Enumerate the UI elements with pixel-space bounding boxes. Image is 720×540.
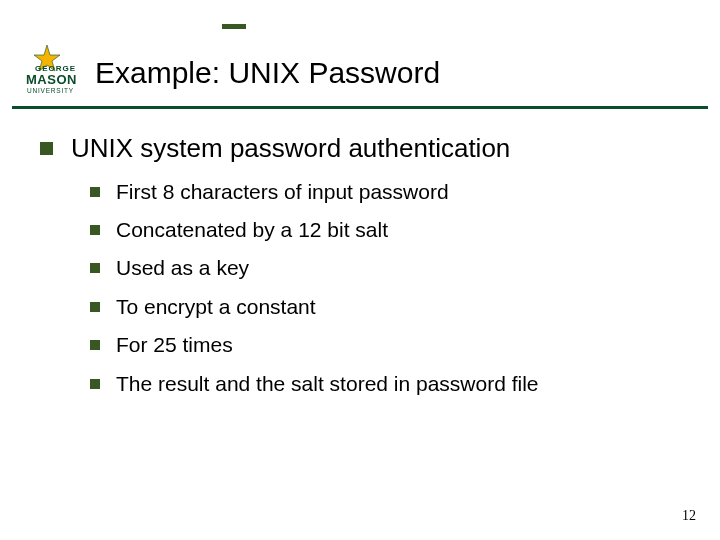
logo-text-university: UNIVERSITY [27, 87, 74, 94]
slide-title: Example: UNIX Password [95, 56, 440, 90]
level2-text: For 25 times [116, 331, 233, 359]
logo-text-mason: MASON [26, 72, 77, 87]
level2-item: To encrypt a constant [90, 293, 680, 321]
square-bullet-icon [90, 340, 100, 350]
level2-item: The result and the salt stored in passwo… [90, 370, 680, 398]
top-dash-decoration [222, 24, 246, 29]
gmu-logo: GEORGE MASON UNIVERSITY [12, 44, 86, 106]
level2-list: First 8 characters of input password Con… [90, 178, 680, 398]
square-bullet-icon [90, 379, 100, 389]
square-bullet-icon [90, 187, 100, 197]
level1-text: UNIX system password authentication [71, 132, 510, 166]
level2-text: To encrypt a constant [116, 293, 316, 321]
level2-item: Used as a key [90, 254, 680, 282]
level2-text: Concatenated by a 12 bit salt [116, 216, 388, 244]
square-bullet-icon [90, 263, 100, 273]
level2-item: First 8 characters of input password [90, 178, 680, 206]
title-underline [12, 106, 708, 109]
square-bullet-icon [40, 142, 53, 155]
level2-item: Concatenated by a 12 bit salt [90, 216, 680, 244]
slide-body: UNIX system password authentication Firs… [40, 132, 680, 408]
level2-text: Used as a key [116, 254, 249, 282]
level2-item: For 25 times [90, 331, 680, 359]
square-bullet-icon [90, 225, 100, 235]
level1-item: UNIX system password authentication [40, 132, 680, 166]
slide: GEORGE MASON UNIVERSITY Example: UNIX Pa… [0, 0, 720, 540]
level2-text: First 8 characters of input password [116, 178, 449, 206]
square-bullet-icon [90, 302, 100, 312]
page-number: 12 [682, 508, 696, 524]
level2-text: The result and the salt stored in passwo… [116, 370, 539, 398]
